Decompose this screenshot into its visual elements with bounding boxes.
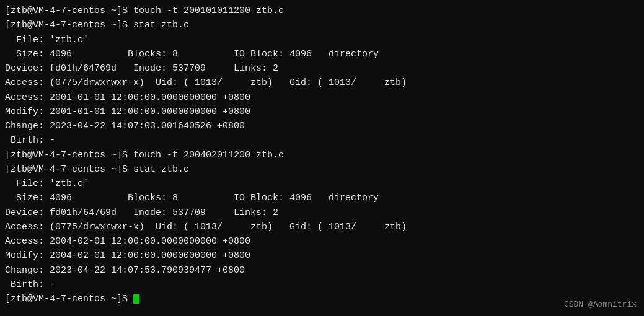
terminal-line: Access: 2001-01-01 12:00:00.0000000000 +… [5, 90, 639, 105]
terminal-line: File: 'ztb.c' [5, 33, 639, 47]
terminal-line: File: 'ztb.c' [5, 177, 639, 191]
terminal-line: [ztb@VM-4-7-centos ~]$ [5, 292, 639, 306]
terminal-line: Size: 4096 Blocks: 8 IO Block: 4096 dire… [5, 191, 639, 205]
terminal-line: [ztb@VM-4-7-centos ~]$ touch -t 20040201… [5, 148, 639, 162]
terminal-line: Change: 2023-04-22 14:07:53.790939477 +0… [5, 263, 639, 278]
terminal-line: Birth: - [5, 278, 639, 292]
terminal-line: Device: fd01h/64769d Inode: 537709 Links… [5, 206, 639, 220]
terminal-line: Device: fd01h/64769d Inode: 537709 Links… [5, 61, 639, 76]
terminal-line: Size: 4096 Blocks: 8 IO Block: 4096 dire… [5, 47, 639, 61]
terminal-line: Change: 2023-04-22 14:07:03.001640526 +0… [5, 119, 639, 133]
terminal-line: [ztb@VM-4-7-centos ~]$ stat ztb.c [5, 162, 639, 177]
cursor [133, 294, 139, 304]
terminal-line: Access: 2004-02-01 12:00:00.0000000000 +… [5, 234, 639, 248]
terminal: [ztb@VM-4-7-centos ~]$ touch -t 20010101… [0, 0, 644, 316]
terminal-line: [ztb@VM-4-7-centos ~]$ touch -t 20010101… [5, 4, 639, 18]
terminal-line: Access: (0775/drwxrwxr-x) Uid: ( 1013/ z… [5, 76, 639, 90]
terminal-line: [ztb@VM-4-7-centos ~]$ stat ztb.c [5, 18, 639, 32]
terminal-line: Modify: 2004-02-01 12:00:00.0000000000 +… [5, 248, 639, 263]
terminal-line: Birth: - [5, 133, 639, 147]
terminal-line: Modify: 2001-01-01 12:00:00.0000000000 +… [5, 105, 639, 119]
watermark: CSDN @Aomnitrix [564, 299, 637, 311]
terminal-line: Access: (0775/drwxrwxr-x) Uid: ( 1013/ z… [5, 220, 639, 234]
